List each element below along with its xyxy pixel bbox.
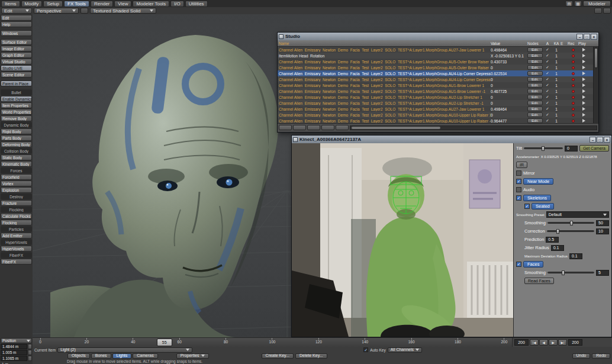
column-name[interactable]: Name	[278, 41, 491, 46]
sidebar-item[interactable]: Studio LIVE	[1, 65, 32, 71]
record-toggle[interactable]	[568, 54, 578, 57]
play-toggle[interactable]	[578, 83, 589, 87]
prediction-value-field[interactable]: 0.5	[546, 237, 559, 243]
edit-mode-button[interactable]: Lights	[112, 353, 132, 359]
record-toggle[interactable]	[568, 49, 578, 51]
transport-button[interactable]: ▶|	[558, 339, 567, 346]
channel-value[interactable]: 0	[491, 101, 527, 105]
channel-row[interactable]: ItemMotion Head_Rotation X -0.0250813 Y …	[278, 53, 598, 59]
smoothing-value-field[interactable]: 50	[596, 220, 609, 226]
sidebar-item[interactable]: FiberFX	[1, 252, 32, 258]
smoothing-slider[interactable]	[547, 222, 594, 224]
delete-key-button[interactable]: Delete Key...	[295, 353, 327, 359]
channel-row[interactable]: Channel Alien_Emissary_Newton_Demo_Facia…	[278, 59, 598, 65]
position-value-field[interactable]: 1.4844 m	[1, 344, 27, 349]
channel-value[interactable]: 0	[491, 78, 527, 82]
sidebar-item[interactable]: Surface Editor	[1, 39, 32, 45]
channel-enable-check[interactable]: ✓	[543, 53, 552, 58]
play-toggle[interactable]	[578, 89, 589, 93]
undo-button[interactable]: Undo	[572, 353, 591, 359]
correction-value-field[interactable]: 10	[596, 228, 609, 234]
channel-mini-button[interactable]	[28, 356, 32, 361]
channel-edit-button[interactable]: Edit.	[527, 65, 543, 70]
studio-vertical-scrollbar[interactable]	[593, 47, 598, 123]
channel-value[interactable]: 0.498464	[491, 48, 527, 52]
column-value[interactable]: Value	[491, 41, 527, 46]
seated-toggle[interactable]: Seated	[532, 203, 554, 210]
near-mode-checkbox[interactable]: ✓	[516, 179, 521, 184]
auto-key-channels-dropdown[interactable]: All Channels	[388, 347, 422, 353]
channel-edit-button[interactable]: Edit.	[527, 95, 543, 99]
channel-enable-check[interactable]: ✓	[543, 112, 552, 117]
channel-enable-check[interactable]: ✓	[543, 101, 552, 105]
shading-mode-dropdown[interactable]: Textured Shaded Solid	[90, 8, 156, 14]
channel-edit-button[interactable]: Edit.	[527, 71, 543, 76]
viewport-minimize-icon[interactable]	[594, 8, 602, 14]
ir-button[interactable]: IR	[516, 162, 527, 168]
channel-row[interactable]: Channel Alien_Emissary_Newton_Demo_Facia…	[278, 94, 598, 100]
sidebar-item[interactable]: Rigid Body	[1, 128, 32, 134]
sidebar-item[interactable]: Forcefield	[1, 174, 32, 180]
minimize-icon[interactable]: –	[590, 137, 596, 143]
studio-horizontal-scrollbar[interactable]	[350, 125, 597, 130]
slider-thumb[interactable]	[570, 221, 573, 226]
menu-tab[interactable]: Modeler Tools	[133, 1, 169, 7]
channel-row[interactable]: Channel Alien_Emissary_Newton_Demo_Facia…	[278, 82, 598, 88]
column-rec[interactable]: Rec	[568, 41, 578, 46]
sidebar-item[interactable]: World Properties	[1, 109, 32, 115]
sidebar-item[interactable]: Remove Body	[1, 115, 32, 121]
play-toggle[interactable]	[578, 66, 589, 69]
channel-value[interactable]: 0	[491, 95, 527, 99]
menu-tab[interactable]: FX Tools	[64, 1, 89, 7]
channel-edit-button[interactable]: Edit.	[527, 47, 543, 52]
slider-thumb[interactable]	[562, 270, 565, 275]
record-toggle[interactable]	[568, 72, 578, 75]
record-toggle[interactable]	[568, 102, 578, 105]
record-toggle[interactable]	[568, 96, 578, 99]
frame-slider-handle[interactable]: 55	[157, 339, 172, 346]
read-faces-button[interactable]: Read Faces	[524, 278, 554, 284]
sidebar-item[interactable]: Vortex	[1, 181, 32, 186]
sidebar-item[interactable]: HyperVoxels	[1, 246, 32, 252]
record-toggle[interactable]	[568, 90, 578, 93]
auto-key-checkbox[interactable]: ✓	[363, 347, 368, 352]
record-toggle[interactable]	[568, 84, 578, 87]
channel-row[interactable]: Channel Alien_Emissary_Newton_Demo_Facia…	[278, 76, 598, 82]
seated-checkbox[interactable]: ✓	[524, 204, 530, 209]
pane-layout-icon[interactable]: ▤	[565, 1, 573, 7]
audio-checkbox[interactable]	[516, 187, 521, 192]
viewport-3d[interactable]: Studio – □ × Name Value Nodes A KA E Rec…	[33, 14, 612, 337]
play-toggle[interactable]	[578, 78, 589, 81]
sidebar-item[interactable]: FiberFX	[1, 259, 32, 265]
maximize-icon[interactable]: □	[584, 34, 590, 40]
edit-dropdown[interactable]: Edit	[1, 8, 32, 14]
faces-toggle[interactable]: Faces	[523, 261, 543, 268]
frame-step-field[interactable]: 200	[568, 339, 582, 346]
channel-enable-check[interactable]: ✓	[543, 95, 552, 99]
sidebar-item[interactable]: Parent in Place	[1, 80, 32, 86]
faces-checkbox[interactable]: ✓	[516, 262, 521, 267]
column-a[interactable]: A	[543, 41, 552, 46]
channel-edit-button[interactable]: Edit.	[527, 112, 543, 117]
max-deviation-radius-field[interactable]: 0.1	[569, 253, 582, 259]
close-icon[interactable]: ×	[604, 137, 610, 143]
sidebar-item[interactable]: Flocking	[1, 220, 32, 226]
modeler-button[interactable]: Modeler	[583, 1, 611, 7]
channel-enable-check[interactable]: ✓	[543, 89, 552, 94]
get-camera-button[interactable]: Get Camera	[579, 145, 609, 152]
redo-button[interactable]: Redo	[592, 353, 610, 359]
sidebar-item[interactable]: Edit	[1, 15, 32, 21]
create-key-button[interactable]: Create Key...	[262, 353, 294, 359]
studio-footer-button[interactable]	[321, 125, 334, 130]
channel-edit-button[interactable]: Edit.	[527, 59, 543, 64]
channel-value[interactable]: 0.430733	[491, 60, 527, 64]
play-toggle[interactable]	[578, 60, 589, 63]
record-toggle[interactable]	[568, 108, 578, 111]
record-toggle[interactable]	[568, 78, 578, 81]
studio-footer-button[interactable]	[293, 125, 306, 130]
edit-mode-button[interactable]: Objects	[67, 353, 90, 359]
position-value-field[interactable]: 1.1065 m	[1, 356, 27, 361]
edit-mode-button[interactable]: Cameras	[133, 353, 157, 359]
play-toggle[interactable]	[578, 95, 589, 99]
edit-mode-button[interactable]: Bones	[91, 353, 111, 359]
